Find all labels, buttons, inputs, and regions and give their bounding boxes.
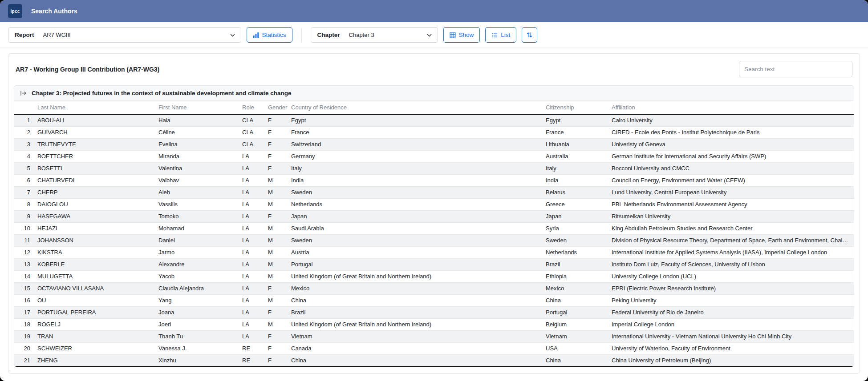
- cell-country: Mexico: [288, 282, 542, 294]
- cell-citizenship: France: [542, 126, 608, 138]
- cell-citizenship: Australia: [542, 150, 608, 162]
- cell-citizenship: Belarus: [542, 186, 608, 198]
- cell-affiliation: King Abdullah Petroleum Studies and Rese…: [608, 222, 854, 234]
- cell-gender: M: [262, 270, 288, 282]
- cell-gender: F: [262, 354, 288, 366]
- cell-last-name: CHATURVEDI: [34, 174, 155, 186]
- cell-country: United Kingdom (of Great Britain and Nor…: [288, 270, 542, 282]
- report-title: AR7 - Working Group III Contribution (AR…: [16, 66, 159, 73]
- table-row: 17PORTUGAL PEREIRAJoanaLAFBrazilPortugal…: [14, 306, 854, 318]
- table-row: 1ABOU-ALIHalaCLAFEgyptEgyptCairo Univers…: [14, 114, 854, 126]
- cell-country: Sweden: [288, 186, 542, 198]
- cell-country: China: [288, 354, 542, 366]
- cell-role: CLA: [239, 126, 262, 138]
- chapter-label: Chapter: [311, 32, 346, 38]
- cell-citizenship: China: [542, 294, 608, 306]
- cell-first-name: Xinzhu: [155, 354, 239, 366]
- cell-gender: F: [262, 330, 288, 342]
- cell-country: Austria: [288, 246, 542, 258]
- report-select-value: AR7 WGIII: [43, 32, 71, 38]
- cell-first-name: Valentina: [155, 162, 239, 174]
- cell-gender: F: [262, 114, 288, 126]
- cell-first-name: Daniel: [155, 234, 239, 246]
- cell-first-name: Yacob: [155, 270, 239, 282]
- table-row: 19TRANThanh TuLAFVietnamVietnamInternati…: [14, 330, 854, 342]
- cell-num: 3: [14, 138, 34, 150]
- cell-first-name: Vanessa J.: [155, 342, 239, 354]
- column-header-last-name: Last Name: [34, 101, 155, 114]
- cell-first-name: Miranda: [155, 150, 239, 162]
- cell-role: LA: [239, 186, 262, 198]
- chapter-select[interactable]: Chapter 3: [346, 28, 438, 42]
- statistics-button[interactable]: Statistics: [247, 27, 292, 43]
- cell-last-name: PORTUGAL PEREIRA: [34, 306, 155, 318]
- cell-gender: F: [262, 150, 288, 162]
- show-button-label: Show: [459, 32, 474, 38]
- cell-first-name: Joeri: [155, 318, 239, 330]
- cell-citizenship: Japan: [542, 210, 608, 222]
- cell-citizenship: Egypt: [542, 114, 608, 126]
- cell-citizenship: Portugal: [542, 306, 608, 318]
- sort-button[interactable]: [522, 27, 537, 43]
- cell-first-name: Alexandre: [155, 258, 239, 270]
- chapter-panel: Chapter 3: Projected futures in the cont…: [14, 85, 854, 367]
- list-icon: [491, 32, 498, 38]
- cell-affiliation: EPRI (Electric Power Research Institute): [608, 282, 854, 294]
- search-input[interactable]: [739, 61, 852, 77]
- cell-gender: F: [262, 282, 288, 294]
- cell-citizenship: Netherlands: [542, 246, 608, 258]
- chapter-panel-header: Chapter 3: Projected futures in the cont…: [14, 86, 854, 101]
- statistics-button-label: Statistics: [262, 32, 286, 38]
- cell-affiliation: International Institute for Applied Syst…: [608, 246, 854, 258]
- cell-gender: F: [262, 138, 288, 150]
- cell-citizenship: Greece: [542, 198, 608, 210]
- cell-num: 16: [14, 294, 34, 306]
- column-header-role: Role: [239, 101, 262, 114]
- cell-first-name: Céline: [155, 126, 239, 138]
- top-navbar: ipcc Search Authors: [0, 0, 868, 22]
- table-row: 12KIKSTRAJarmoLAMAustriaNetherlandsInter…: [14, 246, 854, 258]
- ipcc-logo[interactable]: ipcc: [8, 4, 22, 18]
- cell-last-name: TRUTNEVYTE: [34, 138, 155, 150]
- cell-affiliation: Council on Energy, Environment and Water…: [608, 174, 854, 186]
- show-button[interactable]: Show: [443, 27, 480, 43]
- cell-num: 15: [14, 282, 34, 294]
- cell-citizenship: Brazil: [542, 258, 608, 270]
- authors-table: Last Name First Name Role Gender Country…: [14, 101, 854, 367]
- table-row: 8DAIOGLOUVassilisLAMNetherlandsGreecePBL…: [14, 198, 854, 210]
- column-header-citizenship: Citizenship: [542, 101, 608, 114]
- cell-first-name: Jarmo: [155, 246, 239, 258]
- cell-affiliation: German Institute for International and S…: [608, 150, 854, 162]
- list-button[interactable]: List: [485, 27, 516, 43]
- table-grid-icon: [450, 32, 456, 38]
- cell-first-name: Hala: [155, 114, 239, 126]
- cell-num: 14: [14, 270, 34, 282]
- cell-num: 11: [14, 234, 34, 246]
- cell-num: 8: [14, 198, 34, 210]
- cell-citizenship: Italy: [542, 162, 608, 174]
- cell-num: 13: [14, 258, 34, 270]
- cell-num: 12: [14, 246, 34, 258]
- cell-role: LA: [239, 210, 262, 222]
- cell-citizenship: Vietnam: [542, 330, 608, 342]
- cell-country: Italy: [288, 162, 542, 174]
- cell-affiliation: China University of Petroleum (Beijing): [608, 354, 854, 366]
- cell-gender: F: [262, 342, 288, 354]
- cell-role: LA: [239, 270, 262, 282]
- cell-num: 21: [14, 354, 34, 366]
- cell-affiliation: Cairo University: [608, 114, 854, 126]
- cell-country: Switzerland: [288, 138, 542, 150]
- cell-gender: M: [262, 258, 288, 270]
- cell-affiliation: CIRED - Ecole des Ponts - Institut Polyt…: [608, 126, 854, 138]
- chevron-down-icon: [230, 32, 235, 38]
- table-row: 9HASEGAWATomokoLAFJapanJapanRitsumeikan …: [14, 210, 854, 222]
- cell-last-name: BOSETTI: [34, 162, 155, 174]
- cell-gender: M: [262, 186, 288, 198]
- cell-num: 6: [14, 174, 34, 186]
- table-row: 4BOETTCHERMirandaLAFGermanyAustraliaGerm…: [14, 150, 854, 162]
- report-select[interactable]: AR7 WGIII: [41, 28, 241, 42]
- cell-last-name: ABOU-ALI: [34, 114, 155, 126]
- cell-role: RE: [239, 354, 262, 366]
- page-title: Search Authors: [31, 8, 77, 15]
- cell-citizenship: Sweden: [542, 234, 608, 246]
